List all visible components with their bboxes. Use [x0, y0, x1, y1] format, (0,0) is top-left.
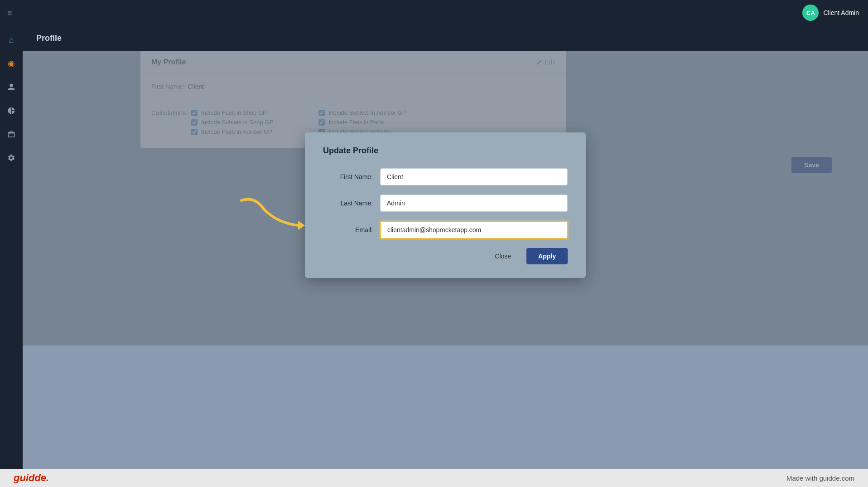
close-button[interactable]: Close	[485, 248, 521, 264]
modal-footer: Close Apply	[323, 248, 568, 264]
modal-title: Update Profile	[323, 146, 568, 156]
sidebar-icon-gear[interactable]	[4, 151, 19, 165]
sidebar-icon-chart[interactable]	[4, 103, 19, 118]
first-name-form-label: First Name:	[323, 173, 373, 180]
sidebar-icon-compass[interactable]: ◉	[4, 56, 19, 71]
user-info: CA Client Admin	[802, 5, 859, 21]
sidebar: ⌂ ◉ 1	[0, 25, 23, 487]
hamburger-icon[interactable]: ≡	[7, 8, 12, 18]
user-avatar: CA	[802, 5, 819, 21]
sidebar-icon-briefcase[interactable]	[4, 127, 19, 141]
sidebar-icon-user[interactable]	[4, 80, 19, 94]
email-form-label: Email:	[323, 226, 373, 234]
user-name-label: Client Admin	[823, 9, 859, 16]
sidebar-icon-home[interactable]: ⌂	[4, 33, 19, 47]
footer-tagline: Made with guidde.com	[786, 474, 854, 482]
first-name-input[interactable]	[380, 168, 568, 185]
first-name-form-row: First Name:	[323, 168, 568, 185]
top-header: ≡ CA Client Admin	[0, 0, 868, 25]
email-form-row: Email:	[323, 221, 568, 239]
page-title-bar: Profile	[23, 25, 868, 51]
last-name-form-row: Last Name:	[323, 195, 568, 212]
last-name-input[interactable]	[380, 195, 568, 212]
last-name-form-label: Last Name:	[323, 200, 373, 207]
main-content: Profile My Profile Edit First Name: Clie…	[23, 25, 868, 469]
apply-button[interactable]: Apply	[526, 248, 568, 264]
footer: guidde. Made with guidde.com	[0, 469, 868, 487]
email-input[interactable]	[380, 221, 568, 239]
page-title: Profile	[36, 34, 62, 43]
update-profile-modal: Update Profile First Name: Last Name: Em…	[305, 132, 586, 278]
guidde-logo: guidde.	[14, 472, 49, 484]
